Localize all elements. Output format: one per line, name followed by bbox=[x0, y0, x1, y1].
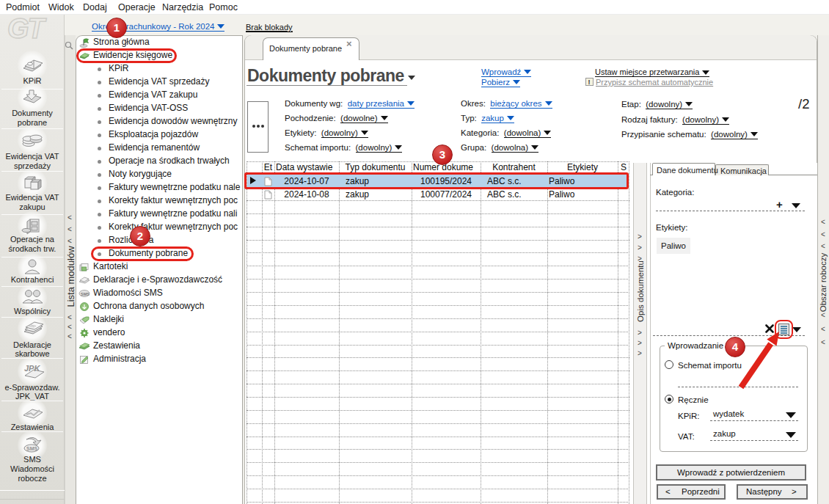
svg-text:SMS: SMS bbox=[26, 446, 38, 451]
svg-text:!: ! bbox=[588, 78, 591, 86]
svg-text:JPK: JPK bbox=[24, 364, 40, 373]
svg-text:SMS: SMS bbox=[81, 292, 90, 296]
